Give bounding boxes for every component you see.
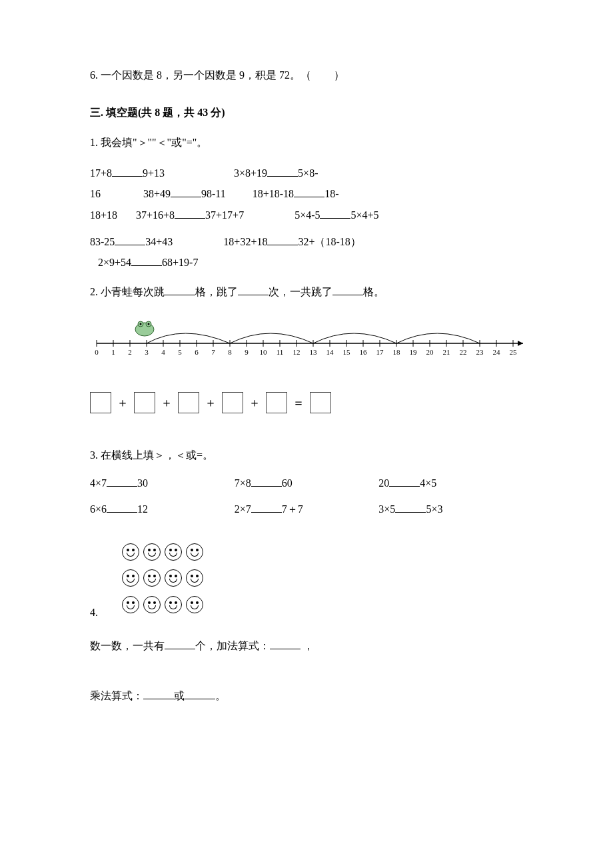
q3-2: 2. 小青蛙每次跳格，跳了次，一共跳了格。 xyxy=(90,283,523,301)
expr: 5×8- xyxy=(298,167,318,179)
smiley-icon xyxy=(165,543,182,561)
expr: 6×6 xyxy=(90,503,107,515)
smiley-icon xyxy=(143,596,161,613)
q3-4-text: 。 xyxy=(215,690,226,701)
expr: 3×8+19 xyxy=(234,167,267,179)
expr: 7×8 xyxy=(235,477,251,489)
fill-blank[interactable] xyxy=(175,208,205,219)
expr: 7＋7 xyxy=(282,503,303,515)
svg-text:23: 23 xyxy=(476,348,484,356)
expr: 9+13 xyxy=(143,167,165,179)
q6-text: 6. 一个因数是 8，另一个因数是 9，积是 72。（ xyxy=(90,69,311,81)
svg-text:25: 25 xyxy=(510,348,518,356)
svg-text:3: 3 xyxy=(145,348,149,356)
expr: 17+8 xyxy=(90,167,112,179)
q3-2-text: 次，一共跳了 xyxy=(269,286,332,297)
smiley-icon xyxy=(143,543,161,561)
fill-blank[interactable] xyxy=(107,502,137,513)
smiley-icon xyxy=(186,596,203,613)
svg-text:20: 20 xyxy=(426,348,434,356)
svg-text:5: 5 xyxy=(178,348,182,356)
fill-blank[interactable] xyxy=(389,476,420,487)
fill-blank[interactable] xyxy=(115,235,145,245)
smiley-icon xyxy=(165,596,182,613)
q3-1-line4: 83-2534+43 18+32+1832+（18-18） xyxy=(90,233,523,251)
expr: 5×4-5 xyxy=(295,209,320,221)
answer-box[interactable] xyxy=(310,392,331,413)
q6-paren-space xyxy=(311,69,334,81)
smiley-row xyxy=(122,569,205,592)
answer-box[interactable] xyxy=(266,392,287,413)
fill-blank[interactable] xyxy=(320,208,350,219)
answer-box[interactable] xyxy=(178,392,199,413)
frog-icon xyxy=(135,321,154,336)
fill-blank[interactable] xyxy=(332,285,363,295)
fill-blank[interactable] xyxy=(251,476,282,487)
expr: 5×4+5 xyxy=(350,209,378,221)
q3-4-text: 或 xyxy=(174,690,185,701)
fill-blank[interactable] xyxy=(270,639,301,649)
svg-point-3 xyxy=(140,323,142,325)
q3-4: 4. xyxy=(90,527,523,625)
expr: 37+16+8 xyxy=(136,209,175,221)
svg-text:0: 0 xyxy=(95,348,99,356)
fill-blank[interactable] xyxy=(294,187,324,197)
fill-blank[interactable] xyxy=(107,476,137,487)
smiley-icon xyxy=(165,569,182,587)
svg-text:15: 15 xyxy=(343,348,351,356)
expr: 18+18-18 xyxy=(253,188,294,199)
expr: 18- xyxy=(324,188,338,199)
fill-blank[interactable] xyxy=(165,639,195,649)
smiley-icon xyxy=(122,596,139,613)
q3-4-text: 个，加法算式： xyxy=(195,640,270,651)
svg-text:18: 18 xyxy=(393,348,401,356)
q3-1-line2: 16 38+4998-11 18+18-1818- xyxy=(90,185,523,203)
q3-4-label: 4. xyxy=(90,604,98,621)
fill-blank[interactable] xyxy=(267,235,298,245)
svg-text:21: 21 xyxy=(443,348,450,356)
svg-text:11: 11 xyxy=(277,348,284,356)
q3-2-text: 格。 xyxy=(363,286,384,297)
answer-box[interactable] xyxy=(134,392,155,413)
svg-text:10: 10 xyxy=(260,348,268,356)
fill-blank[interactable] xyxy=(395,502,426,513)
expr: 20 xyxy=(378,477,389,489)
expr: 3×5 xyxy=(378,503,395,515)
expr: 68+19-7 xyxy=(162,257,198,268)
fill-blank[interactable] xyxy=(251,502,282,513)
svg-text:9: 9 xyxy=(245,348,249,356)
expr: 4×5 xyxy=(420,477,436,489)
expr: 18+18 xyxy=(90,209,117,221)
answer-box[interactable] xyxy=(90,392,111,413)
svg-text:6: 6 xyxy=(195,348,199,356)
expr: 30 xyxy=(137,477,148,489)
fill-blank[interactable] xyxy=(131,255,162,266)
expr: 12 xyxy=(137,503,148,515)
fill-blank[interactable] xyxy=(238,285,269,295)
fill-blank[interactable] xyxy=(185,689,215,699)
smiley-icon xyxy=(186,543,203,561)
expr: 18+32+18 xyxy=(223,236,267,247)
fill-blank[interactable] xyxy=(165,285,195,295)
expr: 34+43 xyxy=(145,236,173,247)
fill-blank[interactable] xyxy=(267,166,298,177)
smiley-row xyxy=(122,596,205,619)
svg-text:17: 17 xyxy=(376,348,384,356)
expr: 2×7 xyxy=(235,503,251,515)
answer-box[interactable] xyxy=(222,392,243,413)
svg-text:12: 12 xyxy=(293,348,301,356)
svg-text:24: 24 xyxy=(493,348,501,356)
expr: 83-25 xyxy=(90,236,115,247)
expr: 60 xyxy=(282,477,293,489)
q3-1-line5: 2×9+5468+19-7 xyxy=(90,254,523,271)
q3-3-intro: 3. 在横线上填＞，＜或=。 xyxy=(90,447,523,464)
svg-text:4: 4 xyxy=(161,348,165,356)
expr: 4×7 xyxy=(90,477,107,489)
fill-blank[interactable] xyxy=(112,166,143,177)
fill-blank[interactable] xyxy=(143,689,174,699)
equals-sign: ＝ xyxy=(293,393,305,413)
smiley-grid xyxy=(122,543,205,623)
svg-marker-6 xyxy=(518,341,523,346)
svg-text:13: 13 xyxy=(310,348,318,356)
fill-blank[interactable] xyxy=(171,187,201,197)
